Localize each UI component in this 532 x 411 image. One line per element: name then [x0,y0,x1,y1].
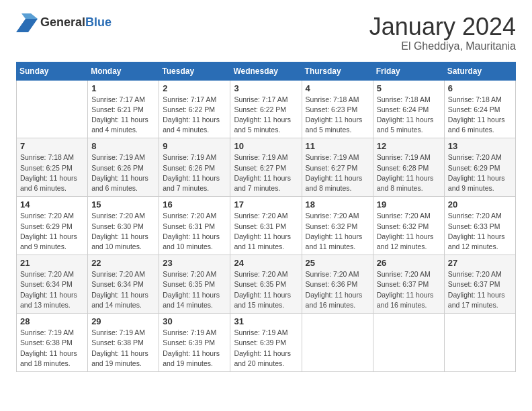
day-number: 24 [234,258,298,268]
table-row: 18Sunrise: 7:20 AMSunset: 6:32 PMDayligh… [302,197,373,255]
logo-icon [16,13,38,32]
logo: GeneralBlue [16,13,112,32]
calendar-table: Sunday Monday Tuesday Wednesday Thursday… [16,62,516,372]
day-detail: Sunrise: 7:20 AMSunset: 6:37 PMDaylight:… [448,269,512,310]
table-row [444,314,515,372]
day-detail: Sunrise: 7:19 AMSunset: 6:38 PMDaylight:… [20,328,84,369]
day-detail: Sunrise: 7:18 AMSunset: 6:24 PMDaylight:… [448,95,512,136]
table-row: 22Sunrise: 7:20 AMSunset: 6:34 PMDayligh… [88,255,159,314]
day-number: 18 [306,199,369,210]
day-detail: Sunrise: 7:20 AMSunset: 6:32 PMDaylight:… [377,211,441,252]
table-row: 30Sunrise: 7:19 AMSunset: 6:39 PMDayligh… [159,314,230,372]
table-row: 5Sunrise: 7:18 AMSunset: 6:24 PMDaylight… [373,80,444,138]
table-row [302,314,373,372]
weekday-saturday: Saturday [444,62,515,80]
day-detail: Sunrise: 7:19 AMSunset: 6:27 PMDaylight:… [306,152,369,193]
table-row: 1Sunrise: 7:17 AMSunset: 6:21 PMDaylight… [88,80,159,138]
weekday-wednesday: Wednesday [230,62,302,80]
day-number: 30 [163,316,226,326]
day-number: 6 [448,83,512,93]
table-row: 2Sunrise: 7:17 AMSunset: 6:22 PMDaylight… [159,80,230,138]
table-row: 15Sunrise: 7:20 AMSunset: 6:30 PMDayligh… [88,197,159,255]
calendar-body: 1Sunrise: 7:17 AMSunset: 6:21 PMDaylight… [17,80,516,371]
table-row: 11Sunrise: 7:19 AMSunset: 6:27 PMDayligh… [302,138,373,197]
day-number: 13 [448,141,512,151]
table-row: 12Sunrise: 7:19 AMSunset: 6:28 PMDayligh… [373,138,444,197]
table-row: 3Sunrise: 7:17 AMSunset: 6:22 PMDaylight… [230,80,302,138]
day-number: 14 [20,199,84,210]
table-row: 13Sunrise: 7:20 AMSunset: 6:29 PMDayligh… [444,138,515,197]
day-detail: Sunrise: 7:20 AMSunset: 6:35 PMDaylight:… [234,269,298,310]
day-number: 1 [91,83,155,93]
table-row [373,314,444,372]
location: El Gheddiya, Mauritania [369,40,516,52]
weekday-tuesday: Tuesday [159,62,230,80]
weekday-monday: Monday [88,62,159,80]
day-number: 4 [306,83,369,93]
day-number: 26 [377,258,441,268]
day-number: 9 [163,141,226,151]
day-detail: Sunrise: 7:20 AMSunset: 6:33 PMDaylight:… [448,211,512,252]
day-number: 10 [234,141,298,151]
table-row: 4Sunrise: 7:18 AMSunset: 6:23 PMDaylight… [302,80,373,138]
day-number: 31 [234,316,298,326]
day-number: 17 [234,199,298,210]
month-title: January 2024 [369,13,516,40]
table-row: 9Sunrise: 7:19 AMSunset: 6:26 PMDaylight… [159,138,230,197]
table-row: 19Sunrise: 7:20 AMSunset: 6:32 PMDayligh… [373,197,444,255]
day-number: 25 [306,258,369,268]
table-row: 23Sunrise: 7:20 AMSunset: 6:35 PMDayligh… [159,255,230,314]
day-detail: Sunrise: 7:19 AMSunset: 6:26 PMDaylight:… [91,152,155,193]
table-row [17,80,88,138]
table-row: 25Sunrise: 7:20 AMSunset: 6:36 PMDayligh… [302,255,373,314]
table-row: 20Sunrise: 7:20 AMSunset: 6:33 PMDayligh… [444,197,515,255]
logo-general: GeneralBlue [40,16,112,30]
day-number: 7 [20,141,84,151]
table-row: 17Sunrise: 7:20 AMSunset: 6:31 PMDayligh… [230,197,302,255]
day-detail: Sunrise: 7:20 AMSunset: 6:30 PMDaylight:… [91,211,155,252]
day-number: 27 [448,258,512,268]
table-row: 31Sunrise: 7:19 AMSunset: 6:39 PMDayligh… [230,314,302,372]
day-number: 22 [91,258,155,268]
table-row: 16Sunrise: 7:20 AMSunset: 6:31 PMDayligh… [159,197,230,255]
day-number: 29 [91,316,155,326]
day-detail: Sunrise: 7:19 AMSunset: 6:28 PMDaylight:… [377,152,441,193]
weekday-friday: Friday [373,62,444,80]
day-number: 23 [163,258,226,268]
day-number: 21 [20,258,84,268]
day-number: 12 [377,141,441,151]
table-row: 28Sunrise: 7:19 AMSunset: 6:38 PMDayligh… [17,314,88,372]
svg-marker-0 [16,19,38,32]
table-row: 14Sunrise: 7:20 AMSunset: 6:29 PMDayligh… [17,197,88,255]
table-row: 26Sunrise: 7:20 AMSunset: 6:37 PMDayligh… [373,255,444,314]
weekday-row: Sunday Monday Tuesday Wednesday Thursday… [17,62,516,80]
day-number: 5 [377,83,441,93]
title-block: January 2024 El Gheddiya, Mauritania [369,13,516,52]
day-detail: Sunrise: 7:17 AMSunset: 6:22 PMDaylight:… [234,95,298,136]
day-number: 2 [163,83,226,93]
day-number: 15 [91,199,155,210]
day-detail: Sunrise: 7:19 AMSunset: 6:38 PMDaylight:… [91,328,155,369]
day-detail: Sunrise: 7:17 AMSunset: 6:21 PMDaylight:… [91,95,155,136]
day-detail: Sunrise: 7:17 AMSunset: 6:22 PMDaylight:… [163,95,226,136]
day-number: 19 [377,199,441,210]
table-row: 7Sunrise: 7:18 AMSunset: 6:25 PMDaylight… [17,138,88,197]
day-detail: Sunrise: 7:20 AMSunset: 6:37 PMDaylight:… [377,269,441,310]
day-detail: Sunrise: 7:19 AMSunset: 6:26 PMDaylight:… [163,152,226,193]
calendar-page: GeneralBlue January 2024 El Gheddiya, Ma… [0,0,532,411]
table-row: 29Sunrise: 7:19 AMSunset: 6:38 PMDayligh… [88,314,159,372]
weekday-sunday: Sunday [17,62,88,80]
day-detail: Sunrise: 7:20 AMSunset: 6:31 PMDaylight:… [234,211,298,252]
day-detail: Sunrise: 7:18 AMSunset: 6:24 PMDaylight:… [377,95,441,136]
day-number: 16 [163,199,226,210]
logo-text: GeneralBlue [40,16,112,30]
day-detail: Sunrise: 7:20 AMSunset: 6:29 PMDaylight:… [448,152,512,193]
day-number: 28 [20,316,84,326]
day-number: 20 [448,199,512,210]
table-row: 8Sunrise: 7:19 AMSunset: 6:26 PMDaylight… [88,138,159,197]
day-detail: Sunrise: 7:20 AMSunset: 6:34 PMDaylight:… [20,269,84,310]
calendar-header: Sunday Monday Tuesday Wednesday Thursday… [17,62,516,80]
day-detail: Sunrise: 7:19 AMSunset: 6:27 PMDaylight:… [234,152,298,193]
table-row: 27Sunrise: 7:20 AMSunset: 6:37 PMDayligh… [444,255,515,314]
day-number: 11 [306,141,369,151]
